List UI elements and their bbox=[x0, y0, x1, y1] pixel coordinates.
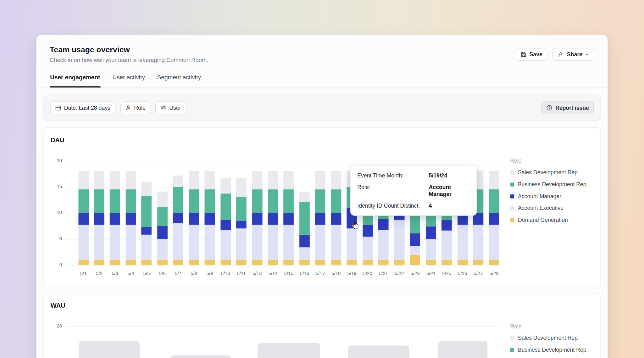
bar-segment-demand-generation[interactable] bbox=[426, 260, 436, 265]
bar-segment-account-executive[interactable] bbox=[126, 225, 136, 260]
bar-segment-sales-development-rep[interactable] bbox=[331, 171, 341, 189]
bar-segment-account-executive[interactable] bbox=[268, 225, 278, 260]
bar-segment-demand-generation[interactable] bbox=[205, 260, 215, 265]
bar-segment-sales-development-rep[interactable] bbox=[268, 171, 278, 189]
bar-segment-demand-generation[interactable] bbox=[331, 260, 341, 265]
bar-segment-business-development-rep[interactable] bbox=[205, 189, 215, 213]
bar-segment-demand-generation[interactable] bbox=[299, 260, 310, 265]
bar-segment-account-executive[interactable] bbox=[394, 220, 404, 260]
bar-segment-demand-generation[interactable] bbox=[347, 260, 357, 265]
bar-segment-business-development-rep[interactable] bbox=[220, 193, 231, 220]
bar-segment-account-manager[interactable] bbox=[236, 221, 247, 228]
bar-segment-sales-development-rep[interactable] bbox=[236, 178, 247, 197]
report-issue-button[interactable]: Report issue bbox=[541, 101, 594, 114]
bar-segment-demand-generation[interactable] bbox=[441, 260, 452, 265]
bar-segment-account-manager[interactable] bbox=[284, 213, 294, 225]
bar-segment-account-executive[interactable] bbox=[284, 225, 294, 260]
bar-segment-account-executive[interactable] bbox=[426, 239, 436, 260]
bar-segment-sales-development-rep[interactable] bbox=[489, 171, 499, 189]
bar-segment-business-development-rep[interactable] bbox=[78, 189, 89, 213]
tab-user-activity[interactable]: User activity bbox=[112, 74, 145, 87]
bar-segment-account-manager[interactable] bbox=[78, 213, 89, 225]
bar-segment-account-manager[interactable] bbox=[220, 220, 231, 230]
legend-item-business-development-rep[interactable]: Business Development Rep bbox=[510, 180, 600, 188]
bar-segment-demand-generation[interactable] bbox=[78, 260, 89, 265]
bar-segment-sales-development-rep[interactable] bbox=[205, 171, 215, 189]
bar-segment-account-manager[interactable] bbox=[189, 213, 199, 225]
tab-segment-activity[interactable]: Segment activity bbox=[157, 74, 201, 87]
bar-segment-account-manager[interactable] bbox=[378, 219, 389, 229]
bar-segment-account-manager[interactable] bbox=[363, 225, 373, 237]
bar-segment-business-development-rep[interactable] bbox=[284, 189, 294, 213]
legend-item-business-development-rep[interactable]: Business Development Rep bbox=[510, 346, 600, 354]
bar-segment-business-development-rep[interactable] bbox=[189, 189, 199, 213]
bar-segment-demand-generation[interactable] bbox=[410, 255, 420, 265]
bar-segment-account-executive[interactable] bbox=[173, 223, 183, 260]
bar-segment-account-executive[interactable] bbox=[157, 239, 168, 260]
bar-segment-sales-development-rep[interactable] bbox=[299, 192, 310, 202]
bar-segment-account-manager[interactable] bbox=[315, 213, 325, 225]
bar-segment-sales-development-rep[interactable] bbox=[284, 171, 294, 189]
bar-segment-business-development-rep[interactable] bbox=[252, 189, 262, 213]
bar-segment-business-development-rep[interactable] bbox=[331, 189, 341, 213]
bar-segment-business-development-rep[interactable] bbox=[299, 202, 310, 235]
legend-item-account-manager[interactable]: Account Manager bbox=[510, 192, 600, 200]
bar-segment-account-manager[interactable] bbox=[268, 213, 278, 225]
bar-segment-account-manager[interactable] bbox=[410, 233, 420, 246]
bar-segment-account-executive[interactable] bbox=[205, 225, 215, 260]
bar-segment-sales-development-rep[interactable] bbox=[189, 171, 199, 189]
bar-segment-business-development-rep[interactable] bbox=[142, 196, 152, 227]
bar-segment-account-executive[interactable] bbox=[410, 246, 420, 255]
bar-segment-business-development-rep[interactable] bbox=[173, 187, 183, 213]
bar-segment-demand-generation[interactable] bbox=[284, 260, 294, 265]
bar-segment-sales-development-rep[interactable] bbox=[94, 171, 104, 189]
bar-segment-demand-generation[interactable] bbox=[394, 260, 404, 265]
bar-segment-account-manager[interactable] bbox=[441, 220, 452, 231]
bar-segment-account-manager[interactable] bbox=[173, 213, 183, 223]
bar-segment-account-executive[interactable] bbox=[189, 225, 199, 260]
bar-segment-sales-development-rep[interactable] bbox=[157, 192, 168, 207]
bar-segment-business-development-rep[interactable] bbox=[126, 189, 136, 213]
bar-segment-demand-generation[interactable] bbox=[173, 260, 183, 265]
bar-segment-sales-development-rep[interactable] bbox=[110, 171, 120, 189]
bar-segment-account-manager[interactable] bbox=[299, 235, 310, 247]
bar-segment-demand-generation[interactable] bbox=[126, 260, 136, 265]
bar-segment-demand-generation[interactable] bbox=[94, 260, 104, 265]
bar-segment-demand-generation[interactable] bbox=[378, 260, 389, 265]
bar-segment-sales-development-rep[interactable] bbox=[142, 182, 152, 196]
bar-segment-demand-generation[interactable] bbox=[489, 260, 499, 265]
bar-segment-account-executive[interactable] bbox=[78, 225, 89, 260]
bar-segment-sales-development-rep[interactable] bbox=[252, 171, 262, 189]
bar-segment-account-executive[interactable] bbox=[94, 225, 104, 260]
bar-segment-account-manager[interactable] bbox=[205, 213, 215, 225]
bar-segment-demand-generation[interactable] bbox=[252, 260, 262, 265]
bar-segment-account-executive[interactable] bbox=[252, 225, 262, 260]
date-filter-button[interactable]: Date: Last 28 days bbox=[50, 101, 115, 114]
bar-segment-account-manager[interactable] bbox=[94, 213, 104, 225]
bar-segment-account-manager[interactable] bbox=[489, 213, 499, 225]
bar-segment-account-executive[interactable] bbox=[331, 225, 341, 260]
bar-segment-demand-generation[interactable] bbox=[268, 260, 278, 265]
bar-segment-demand-generation[interactable] bbox=[315, 260, 325, 265]
bar-segment-sales-development-rep[interactable] bbox=[78, 171, 89, 189]
bar-segment-demand-generation[interactable] bbox=[142, 260, 152, 265]
share-button[interactable]: Share bbox=[552, 48, 594, 61]
bar-segment-sales-development-rep[interactable] bbox=[220, 178, 231, 193]
bar-segment-business-development-rep[interactable] bbox=[315, 189, 325, 213]
bar-segment-sales-development-rep[interactable] bbox=[173, 175, 183, 187]
save-button[interactable]: Save bbox=[515, 48, 548, 61]
bar-segment-account-manager[interactable] bbox=[110, 213, 120, 225]
bar-segment-account-executive[interactable] bbox=[489, 225, 499, 260]
bar-segment-demand-generation[interactable] bbox=[236, 260, 247, 265]
bar-segment-account-executive[interactable] bbox=[236, 228, 247, 260]
bar-segment-account-executive[interactable] bbox=[110, 225, 120, 260]
tab-user-engagement[interactable]: User engagement bbox=[50, 74, 101, 87]
bar-segment-business-development-rep[interactable] bbox=[94, 189, 104, 213]
bar-segment-business-development-rep[interactable] bbox=[157, 207, 168, 226]
bar-segment-account-executive[interactable] bbox=[441, 231, 452, 260]
user-filter-button[interactable]: User bbox=[155, 101, 186, 114]
bar-segment-business-development-rep[interactable] bbox=[489, 189, 499, 213]
bar-segment-account-manager[interactable] bbox=[126, 213, 136, 225]
bar-segment-sales-development-rep[interactable] bbox=[126, 171, 136, 189]
bar-segment-account-manager[interactable] bbox=[331, 213, 341, 225]
